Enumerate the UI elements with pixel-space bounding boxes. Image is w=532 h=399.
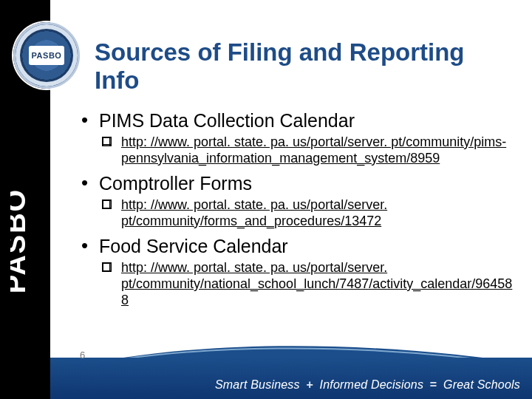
item-link[interactable]: http: //www. portal. state. pa. us/porta… [121,197,387,228]
item-link-row: http: //www. portal. state. pa. us/porta… [77,134,513,166]
seal-label: PASBO [29,46,64,65]
brand-seal-icon: PASBO [13,22,80,89]
list-item: PIMS Data Collection Calendar http: //ww… [77,109,513,166]
item-link-row: http: //www. portal. state. pa. us/porta… [77,197,513,229]
tagline-part: Great Schools [443,378,520,391]
item-heading: Comptroller Forms [77,172,513,194]
slide-title: Sources of Filing and Reporting Info [95,38,516,95]
item-heading: PIMS Data Collection Calendar [77,109,513,132]
checkbox-bullet-icon [102,137,112,146]
item-link[interactable]: http: //www. portal. state. pa. us/porta… [121,260,512,307]
list-item: Comptroller Forms http: //www. portal. s… [77,172,513,229]
brand-acronym-text: PASBO [10,188,31,293]
plus-icon: + [303,378,316,391]
item-link-row: http: //www. portal. state. pa. us/porta… [77,260,513,308]
tagline-part: Informed Decisions [320,378,424,391]
footer-tagline: Smart Business + Informed Decisions = Gr… [215,378,520,392]
tagline-part: Smart Business [215,378,300,391]
checkbox-bullet-icon [102,262,112,272]
slide-body: PIMS Data Collection Calendar http: //ww… [77,109,513,314]
item-heading: Food Service Calendar [77,235,513,257]
page-number: 6 [80,349,85,361]
equals-icon: = [427,378,440,391]
item-link[interactable]: http: //www. portal. state. pa. us/porta… [121,134,506,166]
checkbox-bullet-icon [102,200,112,209]
list-item: Food Service Calendar http: //www. porta… [77,235,513,308]
brand-vertical: PASBO [0,130,50,355]
slide: PASBO PASBO Sources of Filing and Report… [0,0,532,399]
